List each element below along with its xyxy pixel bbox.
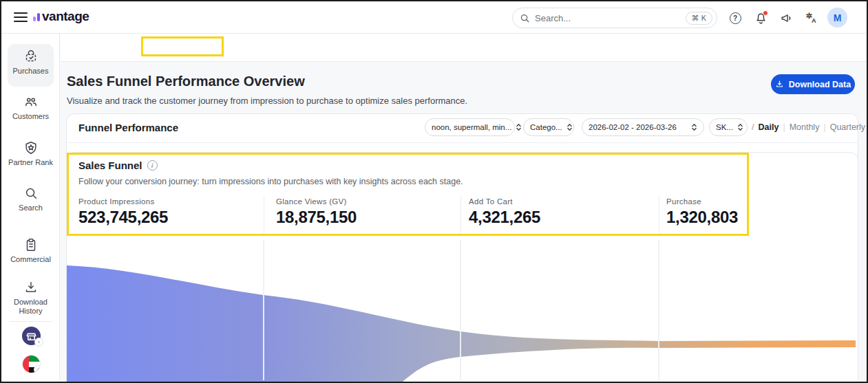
metric-glance-views: Glance Views (GV) 18,875,150 <box>276 197 357 227</box>
language-button[interactable]: ✲ A <box>801 7 823 29</box>
metric-product-impressions: Product Impressions 523,745,265 <box>78 197 168 227</box>
period-option-monthly[interactable]: Monthly <box>790 122 820 132</box>
download-icon <box>775 80 784 89</box>
date-range-dropdown[interactable]: 2026-02-02 - 2026-03-26 <box>582 118 704 136</box>
sidebar-item-commercial[interactable]: Commercial <box>3 237 58 264</box>
page-subtitle: Visualize and track the customer journey… <box>67 96 467 106</box>
filter-value: noon, supermall, min... <box>432 123 511 131</box>
funnel-description: Follow your conversion journey: turn imp… <box>78 177 463 186</box>
sidebar-nav: Purchases Customers Partner Rank Search <box>1 34 60 382</box>
sidebar-item-search[interactable]: Search <box>3 186 58 212</box>
period-option-quarterly[interactable]: Quarterly <box>830 122 865 132</box>
sidebar-item-partner-rank[interactable]: Partner Rank <box>3 140 58 167</box>
period-separator: | <box>783 122 785 132</box>
card-header-divider <box>66 142 858 143</box>
download-data-button[interactable]: Download Data <box>771 74 855 94</box>
commercial-clipboard-icon <box>23 237 39 252</box>
search-icon <box>520 13 530 23</box>
sidebar-item-label: Search <box>19 204 43 212</box>
global-search[interactable]: ⌘ K <box>512 8 717 28</box>
period-selector: / Daily | Monthly | Quarterly <box>752 118 865 136</box>
chevron-updown-icon <box>691 123 697 131</box>
sidebar-item-label: Commercial <box>10 255 51 264</box>
metric-value: 4,321,265 <box>469 208 540 227</box>
metric-purchase: Purchase 1,320,803 <box>666 197 738 227</box>
chevron-right-badge: › <box>34 338 43 347</box>
sidebar-item-purchases[interactable]: Purchases <box>3 49 58 76</box>
translate-icon: ✲ A <box>805 11 818 25</box>
period-prefix: / <box>752 122 754 132</box>
funnel-section-title: Sales Funnel i <box>78 160 158 171</box>
search-input[interactable] <box>535 13 686 23</box>
help-button[interactable]: ? <box>724 7 746 29</box>
avatar[interactable]: M <box>827 8 847 28</box>
funnel-area-chart[interactable] <box>67 240 856 382</box>
megaphone-icon <box>780 12 793 25</box>
logo-text: vantage <box>42 9 89 24</box>
panel-title: Funnel Performance <box>78 122 178 133</box>
announcements-button[interactable] <box>775 7 797 29</box>
sidebar-item-label: Download History <box>3 298 58 316</box>
svg-text:A: A <box>812 17 816 24</box>
metric-add-to-cart: Add To Cart 4,321,265 <box>469 197 540 227</box>
sidebar-item-label: Partner Rank <box>8 158 53 167</box>
metric-value: 523,745,265 <box>78 208 168 227</box>
customers-people-icon <box>23 94 39 109</box>
download-icon <box>23 280 39 295</box>
metric-label: Glance Views (GV) <box>276 197 357 206</box>
stage-gridline <box>263 240 264 380</box>
help-icon: ? <box>730 12 741 24</box>
page-title: Sales Funnel Performance Overview <box>67 74 305 89</box>
search-shortcut-kbd: ⌘ K <box>686 12 712 25</box>
chevron-updown-icon <box>516 123 522 131</box>
filter-value: 2026-02-02 - 2026-03-26 <box>589 123 677 131</box>
region-flag-button[interactable]: › <box>22 355 41 373</box>
metric-label: Add To Cart <box>469 197 540 206</box>
partner-shield-icon <box>23 140 39 155</box>
metric-divider <box>264 196 264 235</box>
purchases-bag-icon <box>23 49 39 64</box>
stage-gridline <box>460 240 461 380</box>
store-filter-dropdown[interactable]: noon, supermall, min... <box>425 118 515 136</box>
period-separator: | <box>823 122 825 132</box>
chevron-right-badge: › <box>34 365 41 373</box>
metric-label: Product Impressions <box>78 197 168 206</box>
sidebar-item-label: Purchases <box>13 67 49 76</box>
category-filter-dropdown[interactable]: Catego... <box>523 118 574 136</box>
chevron-updown-icon <box>567 123 573 131</box>
menu-icon[interactable] <box>14 12 28 23</box>
tab-bar <box>61 34 867 62</box>
metric-label: Purchase <box>666 197 738 206</box>
sku-filter-dropdown[interactable]: SK... <box>709 118 748 136</box>
logo-bars-icon <box>33 13 40 24</box>
app-window: vantage ⌘ K ? ✲ A <box>0 0 868 383</box>
uae-flag-icon <box>23 355 29 373</box>
funnel-shape <box>67 265 856 382</box>
metric-value: 1,320,803 <box>666 208 738 227</box>
sidebar-item-customers[interactable]: Customers <box>3 94 58 121</box>
workspace-store-button[interactable]: › <box>22 327 41 345</box>
chevron-updown-icon <box>737 123 743 131</box>
uae-flag-icon <box>29 355 40 362</box>
top-header: vantage ⌘ K ? ✲ A <box>1 1 867 34</box>
search-nav-icon <box>23 186 39 201</box>
notification-badge <box>763 10 768 16</box>
sidebar-item-download-history[interactable]: Download History <box>3 280 58 316</box>
metric-divider <box>659 196 659 235</box>
metric-divider <box>461 196 461 235</box>
filter-value: Catego... <box>530 123 562 131</box>
vantage-logo[interactable]: vantage <box>33 9 89 24</box>
notifications-button[interactable] <box>750 7 772 29</box>
info-icon[interactable]: i <box>147 160 158 171</box>
metric-value: 18,875,150 <box>276 208 357 227</box>
stage-gridline <box>658 240 659 380</box>
sidebar-divider <box>10 321 52 322</box>
sidebar-item-label: Customers <box>12 112 49 121</box>
funnel-title-text: Sales Funnel <box>78 160 142 171</box>
download-data-label: Download Data <box>789 80 851 89</box>
filter-value: SK... <box>716 123 733 131</box>
period-option-daily[interactable]: Daily <box>758 122 779 132</box>
